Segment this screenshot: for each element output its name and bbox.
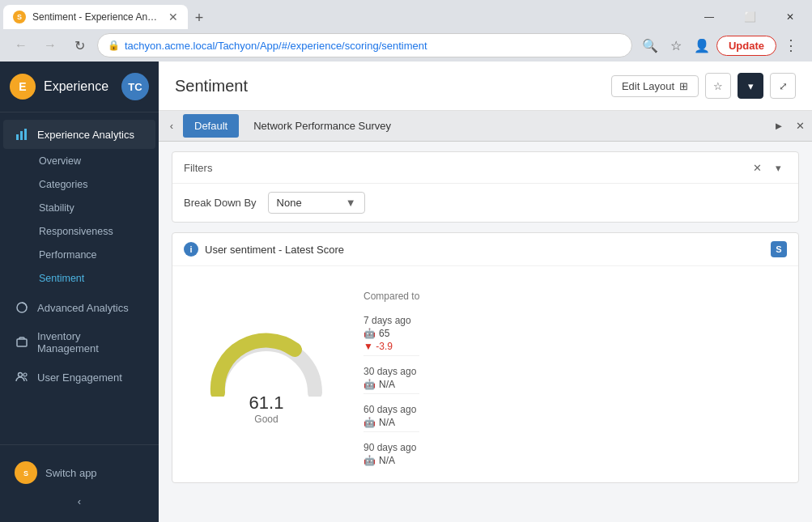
- inventory-icon: [15, 335, 29, 350]
- svg-rect-0: [16, 134, 19, 140]
- svg-point-6: [23, 373, 27, 376]
- gauge-container: 61.1 Good: [185, 279, 347, 469]
- sidebar-footer: S Switch app ‹: [0, 444, 159, 522]
- star-button[interactable]: ☆: [705, 73, 731, 99]
- tab-add-button[interactable]: ►: [770, 117, 788, 135]
- update-button[interactable]: Update: [716, 36, 776, 56]
- tab-network-label: Network Performance Survey: [253, 120, 391, 132]
- address-bar: ← → ↻ 🔒 tachyon.acme.local/Tachyon/App/#…: [0, 29, 812, 62]
- comp-60days-row: 🤖 N/A: [363, 417, 419, 428]
- edit-layout-button[interactable]: Edit Layout ⊞: [611, 75, 699, 97]
- expand-icon: ⤢: [779, 80, 788, 92]
- filters-clear-button[interactable]: ✕: [748, 159, 766, 176]
- app-logo: E: [10, 74, 36, 100]
- users-icon: [15, 370, 29, 384]
- comp-30days-value: N/A: [379, 379, 395, 390]
- browser-menu-button[interactable]: ⋮: [780, 34, 802, 57]
- tab-end-buttons: ► ✕: [770, 117, 809, 135]
- filters-title: Filters: [184, 162, 212, 174]
- address-actions: 🔍 ☆ 👤 Update ⋮: [639, 34, 802, 57]
- url-bar[interactable]: 🔒 tachyon.acme.local/Tachyon/App/#/exper…: [97, 33, 632, 57]
- break-down-value: None: [277, 197, 302, 209]
- switch-app-label: Switch app: [45, 467, 97, 479]
- filters-section: Filters ✕ ▾ Break Down By None ▼: [172, 151, 799, 223]
- comp-30days-period: 30 days ago: [363, 366, 419, 377]
- sidebar-item-advanced-analytics[interactable]: Advanced Analytics: [3, 293, 155, 322]
- sidebar-item-sentiment[interactable]: Sentiment: [31, 267, 155, 290]
- widget-title: User sentiment - Latest Score: [205, 244, 764, 256]
- restore-button[interactable]: ⬜: [731, 5, 768, 29]
- filters-header: Filters ✕ ▾: [172, 152, 798, 184]
- header-actions: Edit Layout ⊞ ☆ ▾ ⤢: [611, 73, 796, 99]
- sidebar-item-advanced-label: Advanced Analytics: [37, 302, 129, 314]
- comparison-7days: 7 days ago 🤖 65 ▼ -3.9: [363, 312, 419, 356]
- profile-icon[interactable]: 👤: [691, 34, 713, 57]
- analytics-icon: [15, 300, 29, 315]
- url-text: tachyon.acme.local/Tachyon/App/#/experie…: [125, 40, 622, 52]
- minimize-button[interactable]: —: [691, 5, 728, 29]
- sub-nav-experience: Overview Categories Stability Responsive…: [0, 150, 159, 290]
- tab-default[interactable]: Default: [183, 114, 239, 138]
- refresh-button[interactable]: ↻: [68, 34, 91, 57]
- gauge-value: 61.1: [249, 393, 284, 414]
- search-icon[interactable]: 🔍: [639, 34, 661, 57]
- tab-close-btn[interactable]: ✕: [168, 11, 178, 23]
- sidebar-item-label: Experience Analytics: [37, 129, 134, 141]
- comparison-60days: 60 days ago 🤖 N/A: [363, 401, 419, 432]
- sidebar-item-overview[interactable]: Overview: [31, 150, 155, 172]
- chevron-left-icon: ‹: [78, 495, 81, 507]
- sidebar-item-inventory[interactable]: Inventory Management: [3, 323, 155, 362]
- comp-7days-icon: 🤖: [363, 328, 376, 339]
- star-icon: ☆: [713, 80, 723, 92]
- forward-button[interactable]: →: [39, 34, 62, 57]
- comp-60days-period: 60 days ago: [363, 404, 419, 415]
- tab-prev-button[interactable]: ‹: [162, 117, 181, 136]
- switch-app-button[interactable]: S Switch app: [10, 455, 149, 490]
- sidebar-item-performance[interactable]: Performance: [31, 244, 155, 266]
- widget-header: i User sentiment - Latest Score S: [172, 233, 798, 266]
- sidebar-item-user-engagement[interactable]: User Engagement: [3, 363, 155, 392]
- break-down-select[interactable]: None ▼: [268, 192, 365, 214]
- sidebar-header: E Experience TC: [0, 62, 159, 112]
- new-tab-button[interactable]: +: [188, 6, 210, 29]
- expand-button[interactable]: ⤢: [770, 73, 796, 99]
- info-label: i: [189, 244, 192, 254]
- sidebar: E Experience TC Experience Analytic: [0, 62, 159, 522]
- svg-rect-1: [20, 131, 23, 140]
- browser-chrome: S Sentiment - Experience Analytics ✕ + —…: [0, 0, 812, 62]
- widget-badge: S: [771, 241, 787, 257]
- sidebar-item-categories[interactable]: Categories: [31, 173, 155, 196]
- sidebar-item-responsiveness[interactable]: Responsiveness: [31, 220, 155, 243]
- comp-90days-period: 90 days ago: [363, 442, 419, 453]
- sidebar-item-experience-analytics[interactable]: Experience Analytics: [3, 120, 155, 149]
- sidebar-item-stability[interactable]: Stability: [31, 197, 155, 219]
- chevron-down-icon: ▾: [748, 80, 754, 92]
- content-tab-bar: ‹ Default Network Performance Survey ► ✕: [159, 111, 812, 142]
- close-button[interactable]: ✕: [772, 5, 809, 29]
- filters-expand-button[interactable]: ▾: [769, 159, 787, 176]
- comparison-90days: 90 days ago 🤖 N/A: [363, 439, 419, 469]
- collapse-sidebar-button[interactable]: ‹: [10, 490, 149, 512]
- svg-rect-2: [24, 129, 27, 140]
- comp-7days-period: 7 days ago: [363, 315, 419, 326]
- comp-7days-value: 65: [379, 328, 389, 339]
- svg-rect-4: [17, 339, 27, 346]
- bookmark-icon[interactable]: ☆: [665, 34, 687, 57]
- lock-icon: 🔒: [108, 40, 120, 51]
- comparison-area: Compared to 7 days ago 🤖 65 ▼ -3.9: [363, 279, 419, 469]
- svg-point-5: [19, 373, 23, 377]
- browser-tab-active[interactable]: S Sentiment - Experience Analytics ✕: [3, 5, 188, 29]
- dropdown-button[interactable]: ▾: [738, 73, 763, 99]
- main-content: Sentiment Edit Layout ⊞ ☆ ▾ ⤢ ‹: [159, 62, 812, 522]
- widget-info-icon[interactable]: i: [184, 242, 198, 257]
- tab-network-perf[interactable]: Network Performance Survey: [242, 114, 402, 138]
- back-button[interactable]: ←: [10, 34, 32, 57]
- tab-close-button[interactable]: ✕: [791, 117, 809, 135]
- widget-body: 61.1 Good Compared to 7 days ago 🤖 65: [172, 266, 798, 482]
- break-down-by-label: Break Down By: [184, 197, 257, 209]
- comp-60days-value: N/A: [379, 417, 395, 428]
- comp-90days-row: 🤖 N/A: [363, 455, 419, 466]
- nav-section-experience: Experience Analytics Overview Categories…: [0, 120, 159, 290]
- grid-icon: ⊞: [679, 80, 688, 92]
- page-header: Sentiment Edit Layout ⊞ ☆ ▾ ⤢: [159, 62, 812, 111]
